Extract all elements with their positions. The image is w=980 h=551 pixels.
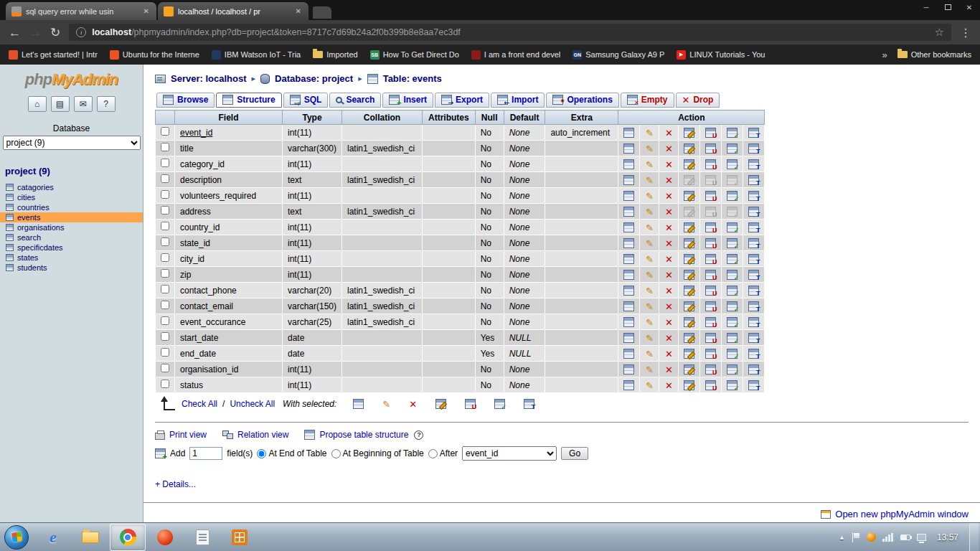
change-icon[interactable]: ✎ bbox=[646, 365, 654, 375]
browse-icon[interactable] bbox=[623, 143, 634, 154]
browse-icon[interactable] bbox=[623, 207, 634, 217]
tab-export[interactable]: Export bbox=[435, 93, 489, 108]
primary-icon[interactable] bbox=[684, 222, 694, 232]
browse-icon[interactable] bbox=[623, 317, 634, 327]
uncheck-all-link[interactable]: Uncheck All bbox=[230, 399, 275, 409]
row-checkbox[interactable] bbox=[161, 380, 169, 388]
drop-icon[interactable]: ✕ bbox=[665, 176, 673, 185]
change-icon[interactable]: ✎ bbox=[646, 223, 654, 232]
browser-tab-2[interactable]: localhost / localhost / pr ✕ bbox=[158, 2, 308, 20]
change-icon[interactable]: ✎ bbox=[646, 192, 654, 201]
tab-sql[interactable]: SQL bbox=[283, 93, 329, 108]
drop-icon[interactable]: ✕ bbox=[665, 365, 673, 375]
sidebar-table-specificdates[interactable]: specificdates bbox=[0, 242, 143, 253]
row-checkbox[interactable] bbox=[161, 143, 169, 151]
primary-icon[interactable] bbox=[684, 333, 694, 343]
browse-icon[interactable] bbox=[623, 380, 634, 390]
after-field-select[interactable]: event_id bbox=[462, 446, 557, 461]
drop-icon[interactable]: ✕ bbox=[665, 270, 673, 280]
primary-icon[interactable] bbox=[684, 380, 694, 390]
row-checkbox[interactable] bbox=[161, 269, 169, 278]
primary-icon[interactable] bbox=[684, 191, 694, 201]
fulltext-icon[interactable] bbox=[748, 286, 759, 296]
index-icon[interactable] bbox=[727, 333, 738, 343]
at-beginning-option[interactable]: At Beginning of Table bbox=[331, 448, 424, 458]
tab-import[interactable]: Import bbox=[491, 93, 545, 108]
change-icon[interactable]: ✎ bbox=[646, 144, 654, 154]
unique-icon[interactable] bbox=[705, 191, 716, 201]
sidebar-table-students[interactable]: students bbox=[0, 263, 143, 273]
tab-insert[interactable]: Insert bbox=[382, 93, 433, 108]
tab-search[interactable]: Search bbox=[329, 93, 381, 108]
change-icon[interactable]: ✎ bbox=[646, 302, 654, 311]
taskbar-clock[interactable]: 13:57 bbox=[937, 532, 958, 542]
row-checkbox[interactable] bbox=[161, 364, 169, 372]
drop-icon[interactable]: ✕ bbox=[665, 223, 673, 232]
index-icon[interactable] bbox=[727, 317, 738, 327]
primary-icon[interactable] bbox=[684, 159, 694, 169]
breadcrumb-database[interactable]: Database: project bbox=[275, 73, 353, 84]
fulltext-icon[interactable] bbox=[748, 128, 759, 138]
primary-icon[interactable] bbox=[684, 270, 694, 280]
browse-icon[interactable] bbox=[623, 364, 634, 375]
index-icon[interactable] bbox=[727, 159, 738, 169]
forward-button[interactable]: → bbox=[29, 27, 42, 39]
primary-icon[interactable] bbox=[684, 301, 694, 311]
breadcrumb-server[interactable]: Server: localhost bbox=[171, 73, 247, 84]
fulltext-icon[interactable] bbox=[748, 222, 759, 232]
browse-icon[interactable] bbox=[623, 301, 634, 311]
primary-icon[interactable] bbox=[684, 143, 694, 154]
fulltext-icon[interactable] bbox=[748, 254, 759, 264]
new-tab-button[interactable] bbox=[313, 6, 331, 19]
index-icon[interactable] bbox=[727, 128, 738, 138]
change-icon[interactable]: ✎ bbox=[646, 176, 654, 185]
sidebar-table-organisations[interactable]: organisations bbox=[0, 222, 143, 232]
change-icon[interactable]: ✎ bbox=[646, 286, 654, 296]
index-icon[interactable] bbox=[727, 286, 738, 296]
bookmark-item[interactable]: IBM Watson IoT - Tria bbox=[212, 50, 301, 60]
tab-close-icon[interactable]: ✕ bbox=[142, 7, 151, 15]
minimize-button[interactable]: ─ bbox=[915, 0, 937, 14]
database-link[interactable]: project (9) bbox=[5, 166, 143, 176]
taskbar-editor-button[interactable] bbox=[184, 524, 220, 551]
row-checkbox[interactable] bbox=[161, 285, 169, 293]
change-icon[interactable]: ✎ bbox=[646, 255, 654, 264]
fulltext-icon[interactable] bbox=[748, 270, 759, 280]
at-beginning-radio[interactable] bbox=[331, 449, 341, 458]
drop-icon[interactable]: ✕ bbox=[665, 207, 673, 217]
change-icon[interactable]: ✎ bbox=[646, 318, 654, 327]
taskbar-browser-button[interactable] bbox=[147, 524, 183, 551]
field-count-input[interactable] bbox=[189, 447, 222, 460]
primary-icon[interactable] bbox=[684, 238, 694, 248]
browser-tab-1[interactable]: sql query error while usin ✕ bbox=[6, 2, 156, 20]
browse-icon[interactable] bbox=[623, 333, 634, 343]
at-end-option[interactable]: At End of Table bbox=[257, 448, 326, 458]
other-bookmarks-button[interactable]: Other bookmarks bbox=[897, 50, 971, 59]
row-checkbox[interactable] bbox=[161, 253, 169, 262]
browse-icon[interactable] bbox=[623, 191, 634, 201]
breadcrumb-table[interactable]: Table: events bbox=[383, 73, 442, 84]
fulltext-icon[interactable] bbox=[748, 175, 759, 185]
drop-icon[interactable]: ✕ bbox=[665, 334, 673, 343]
index-icon[interactable] bbox=[727, 301, 738, 311]
unique-icon[interactable] bbox=[705, 301, 716, 311]
row-checkbox[interactable] bbox=[161, 159, 169, 167]
browse-icon[interactable] bbox=[623, 254, 634, 264]
unique-icon[interactable] bbox=[705, 364, 716, 375]
start-button[interactable] bbox=[4, 525, 29, 550]
browse-icon[interactable] bbox=[353, 399, 364, 409]
index-icon[interactable] bbox=[727, 270, 738, 280]
drop-icon[interactable]: ✕ bbox=[665, 192, 673, 201]
fulltext-icon[interactable] bbox=[748, 191, 759, 201]
drop-icon[interactable]: ✕ bbox=[665, 160, 673, 169]
drop-icon[interactable]: ✕ bbox=[665, 381, 673, 390]
index-icon[interactable] bbox=[727, 222, 738, 232]
browse-icon[interactable] bbox=[623, 222, 634, 232]
sidebar-table-catagories[interactable]: catagories bbox=[0, 182, 143, 192]
sidebar-table-events[interactable]: events bbox=[0, 212, 143, 222]
bookmark-item[interactable]: Ubuntu for the Interne bbox=[110, 50, 199, 60]
unique-icon[interactable] bbox=[705, 349, 716, 359]
index-icon[interactable] bbox=[727, 364, 738, 375]
bookmark-item[interactable]: ▶LINUX Tutorials - You bbox=[677, 50, 765, 60]
after-option[interactable]: After bbox=[428, 448, 458, 458]
